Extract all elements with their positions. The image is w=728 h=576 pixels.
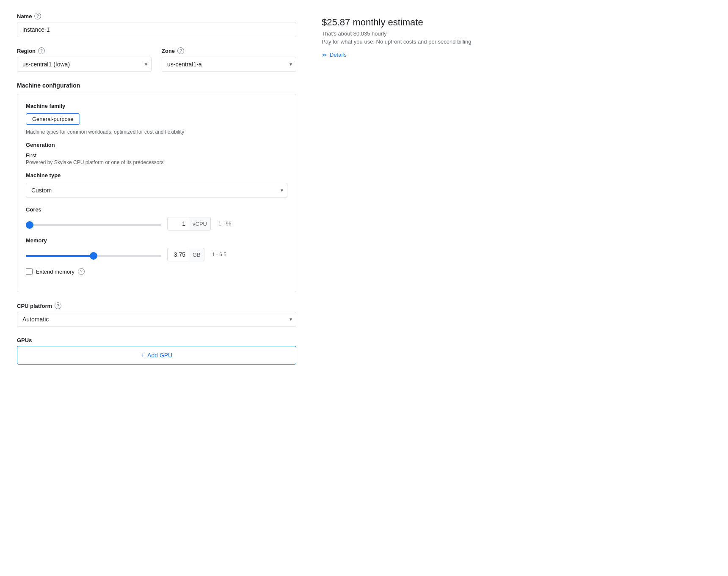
- cpu-platform-select-wrapper: Automatic ▾: [17, 312, 296, 327]
- cores-value-input[interactable]: [167, 217, 189, 230]
- gpus-section: GPUs + Add GPU: [17, 337, 296, 365]
- memory-slider[interactable]: [26, 255, 161, 257]
- name-label: Name ?: [17, 13, 296, 19]
- zone-select-wrapper: us-central1-a ▾: [162, 57, 296, 72]
- machine-type-label: Machine type: [26, 172, 287, 178]
- machine-family-label: Machine family: [26, 103, 287, 109]
- machine-type-select[interactable]: Custom: [26, 183, 287, 198]
- cores-value-box: vCPU: [167, 217, 211, 230]
- details-chevron-icon: ≫: [322, 52, 327, 58]
- add-gpu-label: Add GPU: [147, 352, 172, 359]
- add-gpu-plus-icon: +: [141, 351, 145, 359]
- generation-label: Generation: [26, 142, 287, 148]
- cores-range-label: 1 - 96: [218, 221, 232, 227]
- gpus-label: GPUs: [17, 337, 296, 343]
- name-field-group: Name ?: [17, 13, 296, 37]
- machine-type-select-wrapper: Custom ▾: [26, 183, 287, 198]
- form-section: Name ? Region ? us-central1 (Iowa) ▾: [17, 13, 296, 365]
- zone-field-group: Zone ? us-central1-a ▾: [162, 47, 296, 72]
- name-help-icon[interactable]: ?: [34, 13, 41, 19]
- memory-unit: GB: [189, 248, 204, 261]
- cpu-platform-section: CPU platform ? Automatic ▾: [17, 302, 296, 327]
- zone-label: Zone ?: [162, 47, 296, 54]
- extend-memory-checkbox[interactable]: [26, 268, 33, 275]
- memory-slider-wrapper: [26, 251, 161, 258]
- region-select[interactable]: us-central1 (Iowa): [17, 57, 152, 72]
- extend-memory-help-icon[interactable]: ?: [78, 268, 85, 275]
- extend-memory-label: Extend memory: [36, 269, 74, 275]
- machine-type-section: Machine type Custom ▾: [26, 172, 287, 198]
- monthly-estimate: $25.87 monthly estimate: [322, 17, 525, 28]
- details-link[interactable]: ≫ Details: [322, 52, 525, 58]
- memory-range-label: 1 - 6.5: [212, 252, 226, 258]
- memory-label: Memory: [26, 237, 287, 244]
- region-field-group: Region ? us-central1 (Iowa) ▾: [17, 47, 152, 72]
- cores-slider[interactable]: [26, 224, 161, 226]
- pricing-note: Pay for what you use: No upfront costs a…: [322, 38, 525, 45]
- memory-slider-row: GB 1 - 6.5: [26, 248, 287, 261]
- machine-family-buttons: General-purpose: [26, 113, 287, 125]
- cpu-platform-select[interactable]: Automatic: [17, 312, 296, 327]
- details-label: Details: [330, 52, 347, 58]
- add-gpu-button[interactable]: + Add GPU: [17, 346, 296, 365]
- name-input[interactable]: [17, 22, 296, 37]
- zone-select[interactable]: us-central1-a: [162, 57, 296, 72]
- region-help-icon[interactable]: ?: [38, 47, 45, 54]
- generation-value: First: [26, 152, 287, 159]
- cores-slider-row: vCPU 1 - 96: [26, 217, 287, 230]
- memory-value-input[interactable]: [167, 248, 189, 261]
- hourly-estimate: That's about $0.035 hourly: [322, 30, 525, 37]
- machine-config-label: Machine configuration: [17, 82, 296, 89]
- memory-value-box: GB: [167, 248, 204, 261]
- cores-section: Cores vCPU 1 - 96: [26, 206, 287, 230]
- extend-memory-row: Extend memory ?: [26, 268, 287, 275]
- machine-config-box: Machine family General-purpose Machine t…: [17, 94, 296, 292]
- pricing-section: $25.87 monthly estimate That's about $0.…: [322, 13, 525, 365]
- cores-slider-wrapper: [26, 220, 161, 227]
- machine-family-description: Machine types for common workloads, opti…: [26, 129, 287, 135]
- general-purpose-button[interactable]: General-purpose: [26, 113, 80, 125]
- cores-unit: vCPU: [189, 217, 211, 230]
- cpu-platform-label: CPU platform ?: [17, 302, 296, 309]
- generation-description: Powered by Skylake CPU platform or one o…: [26, 159, 287, 165]
- cpu-platform-help-icon[interactable]: ?: [55, 302, 61, 309]
- zone-help-icon[interactable]: ?: [177, 47, 184, 54]
- region-zone-row: Region ? us-central1 (Iowa) ▾ Zone ?: [17, 47, 296, 72]
- region-label: Region ?: [17, 47, 152, 54]
- cores-label: Cores: [26, 206, 287, 213]
- generation-section: Generation First Powered by Skylake CPU …: [26, 142, 287, 165]
- memory-section: Memory GB 1 - 6.5 Extend memory ?: [26, 237, 287, 275]
- region-select-wrapper: us-central1 (Iowa) ▾: [17, 57, 152, 72]
